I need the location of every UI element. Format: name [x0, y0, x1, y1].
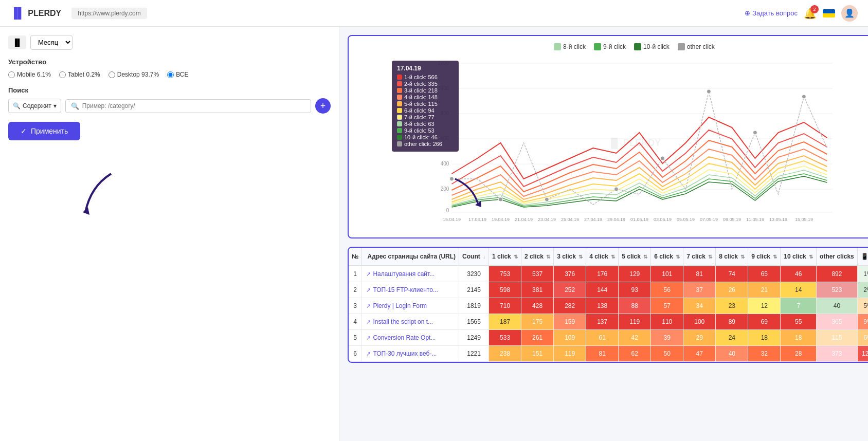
url-link[interactable]: ↗ ТОП-30 лучших веб-...	[366, 350, 456, 357]
cell-2click: 381	[521, 282, 554, 298]
device-tablet[interactable]: Tablet 0.2%	[59, 71, 100, 78]
svg-point-20	[707, 89, 711, 94]
cell-7click: 47	[683, 346, 716, 362]
cell-10click: 28	[781, 346, 817, 362]
url-link[interactable]: ↗ Налаштування сайт...	[366, 270, 456, 278]
device-mobile-radio[interactable]	[8, 71, 15, 78]
clicks-table: № Адрес страницы сайта (URL) Count ↓ 1 c…	[349, 248, 868, 362]
col-5click[interactable]: 5 click ⇅	[619, 248, 651, 266]
table-body: 1 ↗ Налаштування сайт... 3230 753 537 37…	[349, 266, 868, 362]
col-otherclicks[interactable]: other clicks	[817, 248, 858, 266]
url-link[interactable]: ↗ Conversion Rate Opt...	[366, 334, 456, 341]
language-flag[interactable]	[823, 9, 835, 17]
col-8click[interactable]: 8 click ⇅	[716, 248, 748, 266]
device-all[interactable]: ВСЕ	[167, 71, 188, 78]
cell-7click: 100	[683, 314, 716, 330]
svg-text:25.04.19: 25.04.19	[561, 217, 579, 222]
header: ▐▌ PLERDY https://www.plerdy.com ⊕ Задат…	[0, 0, 868, 27]
device-all-radio[interactable]	[167, 71, 174, 78]
tooltip-row-1: 1-й click: 566	[397, 74, 454, 80]
device-desktop-radio[interactable]	[109, 71, 115, 78]
cell-9click: 65	[748, 266, 781, 282]
cell-mobile-pct: 12%	[857, 346, 868, 362]
add-filter-button[interactable]: +	[315, 98, 331, 114]
cell-2click: 537	[521, 266, 554, 282]
chart-legend: 8-й click 9-й click 10-й click other cli…	[356, 43, 868, 50]
tooltip-date: 17.04.19	[397, 65, 454, 72]
col-2click[interactable]: 2 click ⇅	[521, 248, 554, 266]
cell-9click: 21	[748, 282, 781, 298]
cell-5click: 119	[619, 314, 651, 330]
table-row: 3 ↗ Plerdy | Login Form 1819 710 428 282…	[349, 298, 868, 314]
tooltip-row-4: 4-й click: 148	[397, 94, 454, 100]
col-mobile[interactable]: 📱 ⇅	[857, 248, 868, 266]
cell-mobile-pct: 1%	[857, 266, 868, 282]
cell-8click: 74	[716, 266, 748, 282]
col-3click[interactable]: 3 click ⇅	[554, 248, 586, 266]
cell-num: 3	[349, 298, 362, 314]
legend-item-9click: 9-й click	[594, 43, 626, 50]
legend-dot-9click	[594, 43, 601, 50]
col-6click[interactable]: 6 click ⇅	[651, 248, 683, 266]
logo: ▐▌ PLERDY	[10, 7, 61, 19]
cell-count: 3230	[459, 266, 489, 282]
col-9click[interactable]: 9 click ⇅	[748, 248, 781, 266]
table-row: 4 ↗ Install the script on t... 1565 187 …	[349, 314, 868, 330]
svg-point-21	[753, 131, 757, 135]
cell-7click: 81	[683, 266, 716, 282]
col-7click[interactable]: 7 click ⇅	[683, 248, 716, 266]
legend-item-10click: 10-й click	[634, 43, 670, 50]
cell-6click: 101	[651, 266, 683, 282]
tooltip-row-2: 2-й click: 335	[397, 81, 454, 87]
cell-mobile-pct: 2%	[857, 282, 868, 298]
search-input[interactable]	[82, 102, 305, 109]
apply-button[interactable]: ✓ Применить	[8, 122, 80, 140]
device-desktop[interactable]: Desktop 93.7%	[109, 71, 159, 78]
col-10click[interactable]: 10 click ⇅	[781, 248, 817, 266]
cell-count: 2145	[459, 282, 489, 298]
device-radio-group: Mobile 6.1% Tablet 0.2% Desktop 93.7% ВС…	[8, 71, 331, 78]
ask-button[interactable]: ⊕ Задать вопрос	[745, 9, 798, 17]
tooltip-row-9: 9-й click: 53	[397, 127, 454, 134]
cell-9click: 18	[748, 330, 781, 346]
user-avatar[interactable]: 👤	[841, 5, 858, 22]
device-mobile[interactable]: Mobile 6.1%	[8, 71, 51, 78]
cell-4click: 138	[586, 298, 619, 314]
cell-8click: 26	[716, 282, 748, 298]
device-tablet-radio[interactable]	[59, 71, 66, 78]
chevron-down-icon: ▾	[53, 102, 57, 109]
sidebar-controls: ▐▌ Месяц	[8, 35, 331, 50]
header-left: ▐▌ PLERDY https://www.plerdy.com	[10, 7, 147, 19]
search-type-label: Содержит	[23, 102, 51, 109]
cell-url: ↗ Install the script on t...	[362, 314, 459, 330]
cell-10click: 7	[781, 298, 817, 314]
cell-5click: 93	[619, 282, 651, 298]
plus-circle-icon: ⊕	[745, 9, 750, 17]
cell-2click: 175	[521, 314, 554, 330]
tooltip-row-5: 5-й click: 115	[397, 101, 454, 107]
col-count[interactable]: Count ↓	[459, 248, 489, 266]
legend-dot-10click	[634, 43, 641, 50]
url-bar[interactable]: https://www.plerdy.com	[71, 8, 147, 19]
search-type-select[interactable]: 🔍 Содержит ▾	[8, 99, 61, 113]
period-select[interactable]: Месяц	[30, 35, 73, 50]
table-row: 5 ↗ Conversion Rate Opt... 1249 533 261 …	[349, 330, 868, 346]
notification-button[interactable]: 🔔 2	[804, 7, 817, 20]
cell-3click: 109	[554, 330, 586, 346]
col-1click[interactable]: 1 click ⇅	[489, 248, 521, 266]
url-link[interactable]: ↗ Plerdy | Login Form	[366, 302, 456, 309]
cell-8click: 40	[716, 346, 748, 362]
svg-point-16	[498, 197, 502, 201]
url-link[interactable]: ↗ ТОП-15 FTP-клиенто...	[366, 286, 456, 293]
svg-text:23.04.19: 23.04.19	[538, 217, 556, 222]
chart-view-button[interactable]: ▐▌	[8, 35, 26, 49]
cell-5click: 129	[619, 266, 651, 282]
cell-other: 40	[817, 298, 858, 314]
svg-text:01.05.19: 01.05.19	[630, 217, 648, 222]
cell-4click: 176	[586, 266, 619, 282]
cell-1click: 710	[489, 298, 521, 314]
col-4click[interactable]: 4 click ⇅	[586, 248, 619, 266]
cell-1click: 753	[489, 266, 521, 282]
url-link[interactable]: ↗ Install the script on t...	[366, 318, 456, 325]
col-url: Адрес страницы сайта (URL)	[362, 248, 459, 266]
